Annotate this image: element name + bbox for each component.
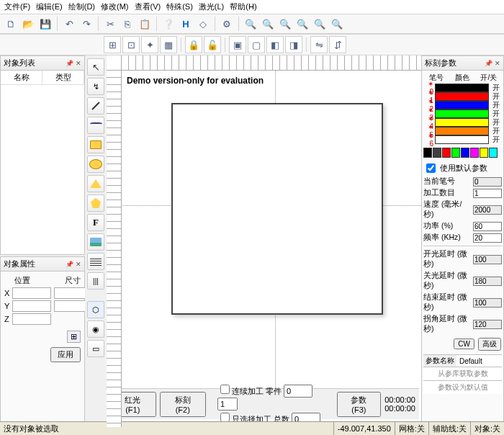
object-list-body[interactable] [1,85,84,254]
palette-swatch[interactable] [470,148,479,158]
palette-swatch[interactable] [480,148,488,158]
on-delay-label: 开光延时 (微秒) [423,249,472,269]
apply-button[interactable]: 应用 [50,347,81,362]
advanced-button[interactable]: 高级 [478,338,501,351]
mirror-v-icon[interactable]: ⇵ [329,36,346,53]
extend-tool[interactable]: ▭ [87,340,104,357]
object-props-title: 对象属性 [4,259,35,269]
status-pick: 没有对象被选取 [0,422,333,435]
paste-icon[interactable]: 📋 [137,16,153,32]
use-default-checkbox[interactable] [426,163,436,173]
new-icon[interactable]: 🗋 [3,16,19,32]
on-delay-field[interactable] [473,255,502,264]
layer-front-icon[interactable]: ◧ [266,36,284,53]
count-field[interactable] [473,189,502,198]
menu-file[interactable]: 文件(F) [4,1,30,12]
snap-guide-icon[interactable]: ✦ [141,36,158,53]
node-tool[interactable]: ↯ [87,78,104,95]
help-icon[interactable]: ❔ [161,16,176,32]
corner-delay-field[interactable] [473,320,502,329]
select-tool[interactable]: ↖ [87,58,104,76]
palette-swatch[interactable] [423,148,432,158]
pin-icon[interactable]: 📌 ✕ [66,261,81,268]
pin-icon[interactable]: 📌 ✕ [66,60,81,67]
menu-special[interactable]: 特殊(S) [166,1,193,12]
text-tool-icon[interactable]: H [178,16,194,32]
end-delay-field[interactable] [473,298,502,308]
ruler-vertical [107,70,122,427]
cut-icon[interactable]: ✂ [102,16,118,32]
layer-back-icon[interactable]: ◨ [285,36,302,53]
curve-tool[interactable] [87,117,104,134]
image-tool[interactable] [87,233,104,251]
show-grid-icon[interactable]: ▦ [160,36,177,53]
menu-view[interactable]: 查看(V) [135,1,161,12]
menu-laser[interactable]: 激光(L) [199,1,224,12]
port-tool[interactable]: ⬡ [87,301,104,318]
pen-no-field[interactable] [473,177,502,187]
menu-modify[interactable]: 修改(M) [101,1,129,12]
y-field[interactable] [12,300,51,312]
palette-swatch[interactable] [461,148,469,158]
power-field[interactable] [473,222,502,231]
speed-field[interactable] [473,205,502,215]
pentagon-tool[interactable] [87,194,104,212]
z-field[interactable] [12,313,51,325]
part-field[interactable] [284,385,312,398]
zoom-all-icon[interactable]: 🔍 [312,16,328,32]
zoom-out-icon[interactable]: 🔍 [260,16,276,32]
copy-icon[interactable]: ⎘ [120,16,135,32]
line-tool[interactable] [87,97,104,115]
array-icon[interactable]: ⊞ [67,331,81,343]
barcode-tool[interactable]: ||| [87,272,104,290]
text-tool[interactable]: F [87,214,104,231]
freq-field[interactable] [473,233,502,243]
ruler-corner [107,55,122,71]
save-params-button[interactable]: 参数设为默认值 [436,381,490,394]
snap-grid-icon[interactable]: ⊞ [104,36,121,53]
group-icon[interactable]: ▣ [229,36,246,53]
palette-swatch[interactable] [433,148,441,158]
z-label: Z [4,315,9,323]
node-icon[interactable]: ◇ [195,16,211,32]
lock-icon[interactable]: 🔒 [185,36,202,53]
redo-icon[interactable]: ↷ [78,16,94,32]
zoom-in-icon[interactable]: 🔍 [243,16,258,32]
x-field[interactable] [12,287,51,299]
total-parts-field[interactable] [217,398,238,411]
cw-button[interactable]: CW [454,338,474,349]
mark-button[interactable]: 标刻 (F2) [160,392,207,417]
palette-swatch[interactable] [451,148,460,158]
load-params-button[interactable]: 从参库获取参数 [436,367,490,380]
ellipse-tool[interactable] [87,156,104,173]
param-name-value[interactable]: Default [456,357,485,365]
pin-icon[interactable]: 📌 ✕ [485,60,500,67]
continuous-checkbox[interactable] [220,385,230,394]
polygon-tool[interactable] [87,175,104,192]
save-icon[interactable]: 💾 [37,16,53,32]
snap-obj-icon[interactable]: ⊡ [122,36,140,53]
ruler-horizontal [121,55,421,71]
ungroup-icon[interactable]: ▢ [248,36,265,53]
zoom-fit-icon[interactable]: 🔍 [277,16,293,32]
open-icon[interactable]: 📂 [20,16,36,32]
canvas-area: Demo version-only for evaluation [107,55,421,427]
hatch-tool[interactable] [87,253,104,270]
canvas[interactable]: Demo version-only for evaluation [121,70,421,427]
palette-swatch[interactable] [489,148,498,158]
pen-row[interactable]: ✶ 6开 [423,135,502,144]
zoom-page-icon[interactable]: 🔍 [329,16,345,32]
unlock-icon[interactable]: 🔓 [204,36,221,53]
menu-edit[interactable]: 编辑(E) [36,1,63,12]
zoom-sel-icon[interactable]: 🔍 [294,16,310,32]
undo-icon[interactable]: ↶ [61,16,77,32]
param-button[interactable]: 参数(F3) [337,392,382,417]
settings-icon[interactable]: ⚙ [219,16,235,32]
palette-swatch[interactable] [442,148,451,158]
rect-tool[interactable] [87,136,104,153]
encoder-tool[interactable]: ◉ [87,320,104,338]
mirror-h-icon[interactable]: ⇋ [310,36,328,53]
menu-draw[interactable]: 绘制(D) [68,1,95,12]
menu-help[interactable]: 帮助(H) [230,1,256,12]
off-delay-field[interactable] [473,277,502,286]
